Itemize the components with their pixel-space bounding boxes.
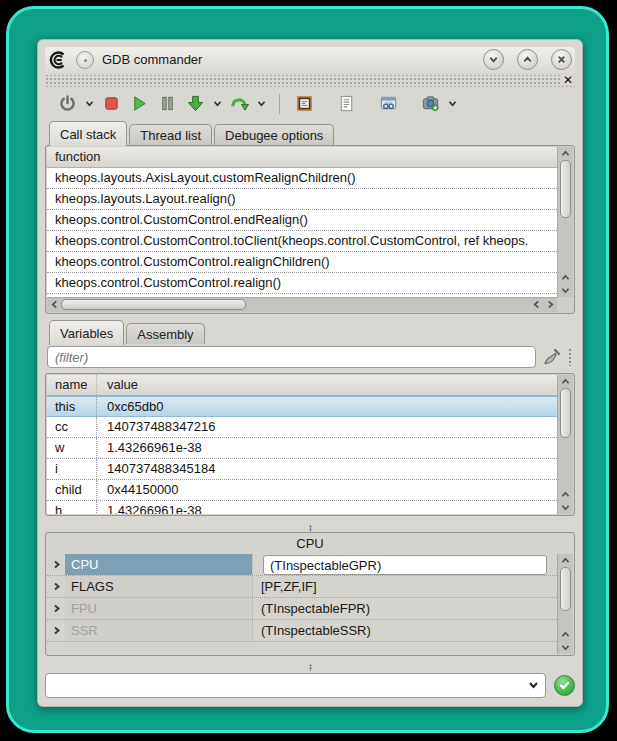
pause-button[interactable]: [155, 91, 179, 117]
app-logo-icon: [48, 50, 68, 70]
expand-chevron-icon[interactable]: [47, 598, 65, 619]
scrollbar-thumb[interactable]: [560, 388, 571, 438]
close-window-button[interactable]: [551, 49, 572, 70]
toolbar-drag-handle[interactable]: ✕: [45, 75, 575, 88]
unshade-button[interactable]: [517, 49, 538, 70]
cpu-vertical-scrollbar[interactable]: [557, 554, 573, 654]
scrollbar-thumb[interactable]: [560, 160, 571, 218]
variable-row[interactable]: w 1.43266961e-38: [47, 438, 557, 459]
call-stack-row[interactable]: kheops.control.CustomControl.realign(): [47, 273, 557, 294]
clear-filter-icon[interactable]: [542, 347, 562, 367]
cpu-inspector-table: CPU (TInspectableGPR) FLAGS [PF,ZF,IF] F…: [47, 554, 557, 654]
variables-table-header: name value: [47, 375, 557, 396]
snapshot-icon: [421, 94, 440, 113]
chevron-down-icon: [528, 681, 539, 689]
power-button[interactable]: [55, 91, 79, 117]
variable-row[interactable]: child 0x44150000: [47, 480, 557, 501]
power-menu-chevron[interactable]: [83, 91, 95, 117]
cpu-row[interactable]: FLAGS [PF,ZF,IF]: [47, 576, 557, 598]
call-stack-row[interactable]: kheops.layouts.Layout.realign(): [47, 189, 557, 210]
watch-variables-button[interactable]: [376, 91, 400, 117]
cpu-log-icon: [337, 94, 356, 113]
scroll-down-icon[interactable]: [559, 641, 573, 654]
filter-row-grip[interactable]: [568, 348, 573, 366]
scroll-up-icon[interactable]: [559, 147, 573, 160]
variables-panel: name value this 0xc65db0 cc 140737488347…: [45, 373, 575, 516]
step-into-button[interactable]: [183, 91, 207, 117]
variable-row[interactable]: h 1.43266961e-38: [47, 501, 557, 514]
step-into-icon: [186, 94, 205, 113]
stop-button[interactable]: [99, 91, 123, 117]
column-header-name: name: [47, 375, 97, 395]
call-stack-horizontal-scrollbar[interactable]: [47, 297, 557, 312]
gdb-command-combobox[interactable]: [45, 673, 546, 698]
call-stack-panel: function kheops.layouts.AxisLayout.custo…: [45, 145, 575, 314]
scroll-down-icon[interactable]: [559, 501, 573, 514]
step-over-menu-chevron[interactable]: [255, 91, 267, 117]
scroll-down-icon[interactable]: [559, 284, 573, 297]
pause-icon: [158, 94, 177, 113]
toolbar-close-icon[interactable]: ✕: [561, 75, 575, 86]
splitter-handle[interactable]: [45, 664, 575, 672]
variable-row[interactable]: cc 140737488347216: [47, 417, 557, 438]
pin-button[interactable]: [76, 51, 94, 69]
bottom-tab-bar: Variables Assembly: [45, 320, 575, 345]
filter-input[interactable]: [47, 346, 536, 368]
step-over-icon: [230, 94, 249, 113]
window-title: GDB commander: [102, 52, 202, 67]
top-tab-bar: Call stack Thread list Debugee options: [45, 121, 575, 146]
scroll-right-icon[interactable]: [543, 298, 557, 311]
call-stack-row[interactable]: kheops.control.CustomControl.realignChil…: [47, 252, 557, 273]
call-stack-row[interactable]: kheops.control.CustomControl.endRealign(…: [47, 210, 557, 231]
watch-variables-icon: [379, 94, 398, 113]
cpu-row[interactable]: CPU (TInspectableGPR): [47, 554, 557, 576]
scroll-left-icon[interactable]: [529, 298, 543, 311]
filter-row: [47, 345, 573, 369]
step-over-button[interactable]: [227, 91, 251, 117]
stop-icon: [102, 94, 121, 113]
variables-vertical-scrollbar[interactable]: [557, 375, 573, 514]
power-icon: [58, 94, 77, 113]
expand-chevron-icon[interactable]: [47, 620, 65, 641]
tab-assembly[interactable]: Assembly: [126, 323, 204, 344]
send-command-button[interactable]: [554, 675, 575, 696]
step-into-menu-chevron[interactable]: [211, 91, 223, 117]
scroll-left-icon[interactable]: [47, 298, 61, 311]
scroll-up-icon[interactable]: [559, 554, 573, 567]
splitter-handle[interactable]: [45, 524, 575, 532]
tab-thread-list[interactable]: Thread list: [129, 124, 212, 145]
expand-chevron-icon[interactable]: [47, 554, 65, 575]
call-stack-row[interactable]: kheops.control.CustomControl.toClient(kh…: [47, 231, 557, 252]
memory-view-icon: [295, 94, 314, 113]
snapshot-menu-chevron[interactable]: [446, 91, 458, 117]
cpu-log-button[interactable]: [334, 91, 358, 117]
debug-toolbar: [45, 87, 575, 120]
cpu-row[interactable]: FPU (TInspectableFPR): [47, 598, 557, 620]
shade-button[interactable]: [483, 49, 504, 70]
variable-row[interactable]: this 0xc65db0: [47, 396, 557, 417]
run-icon: [130, 94, 149, 113]
cpu-value-editor[interactable]: (TInspectableGPR): [263, 555, 547, 575]
expand-chevron-icon[interactable]: [47, 576, 65, 597]
memory-view-button[interactable]: [292, 91, 316, 117]
cpu-panel-title: CPU: [46, 533, 574, 553]
variable-row[interactable]: i 140737488345184: [47, 459, 557, 480]
call-stack-row[interactable]: kheops.layouts.AxisLayout.customRealignC…: [47, 168, 557, 189]
scrollbar-thumb[interactable]: [560, 567, 571, 611]
cpu-row[interactable]: SSR (TInspectableSSR): [47, 620, 557, 642]
call-stack-vertical-scrollbar[interactable]: [557, 147, 573, 297]
call-stack-column-header: function: [47, 147, 557, 168]
tab-variables[interactable]: Variables: [49, 320, 124, 345]
snapshot-button[interactable]: [418, 91, 442, 117]
scrollbar-thumb[interactable]: [61, 299, 246, 310]
run-button[interactable]: [127, 91, 151, 117]
scroll-up-icon[interactable]: [559, 271, 573, 284]
titlebar[interactable]: GDB commander: [45, 47, 575, 73]
scroll-up-icon[interactable]: [559, 488, 573, 501]
scroll-up-icon[interactable]: [559, 375, 573, 388]
variables-table: name value this 0xc65db0 cc 140737488347…: [47, 375, 557, 514]
scroll-up-icon[interactable]: [559, 628, 573, 641]
tab-debugee-options[interactable]: Debugee options: [214, 124, 334, 145]
cpu-panel: CPU CPU (TInspectableGPR) FLAGS [PF,ZF,I…: [45, 532, 575, 656]
tab-call-stack[interactable]: Call stack: [49, 121, 127, 146]
